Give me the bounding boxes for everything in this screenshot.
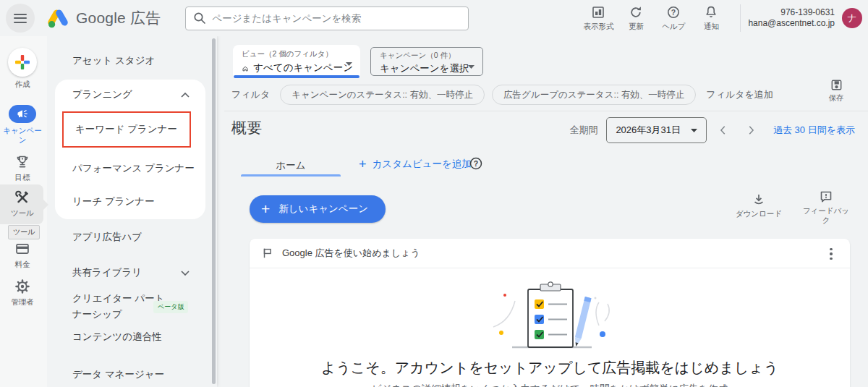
- search-input[interactable]: [212, 13, 461, 24]
- plus-icon: +: [261, 202, 270, 216]
- beta-badge: ベータ版: [153, 301, 188, 313]
- campaign-selector-value: キャンペーンを選択: [380, 62, 469, 75]
- new-campaign-button[interactable]: + 新しいキャンペーン: [250, 195, 386, 223]
- top-bar: Google 広告 表示形式 更新 ?: [0, 0, 868, 36]
- prev-period-button[interactable]: [712, 119, 734, 141]
- section-divider: [224, 111, 868, 111]
- menu-item-app-ads-hub[interactable]: アプリ広告ハブ: [47, 223, 217, 252]
- display-format-button[interactable]: 表示形式: [579, 5, 617, 32]
- menu-item-shared-library[interactable]: 共有ライブラリ: [47, 258, 217, 287]
- rail-label-create: 作成: [15, 80, 30, 89]
- feedback-icon: [819, 190, 833, 204]
- filter-chip-campaign-status[interactable]: キャンペーンのステータス:: 有効、一時停止: [280, 85, 485, 105]
- caret-down-icon: [691, 129, 697, 132]
- checklist-illustration: [250, 276, 850, 354]
- chevron-up-icon: [181, 93, 190, 98]
- rail-label-goals: 目標: [15, 173, 30, 182]
- view-selector[interactable]: ビュー（2 個のフィルタ） すべてのキャンペーン: [233, 45, 360, 78]
- nav-rail: 作成 キャンペーン 目標 ツール ツール: [0, 36, 47, 387]
- avatar[interactable]: ナ: [842, 8, 862, 28]
- tools-icon: [14, 190, 30, 205]
- last-30-days-link[interactable]: 過去 30 日間を表示: [773, 124, 855, 137]
- plus-icon: +: [359, 158, 367, 171]
- save-icon: [830, 78, 843, 92]
- create-button[interactable]: [8, 48, 37, 77]
- filter-chip-adgroup-status[interactable]: 広告グループのステータス:: 有効、一時停止: [492, 85, 696, 105]
- date-picker[interactable]: 2026年3月31日: [606, 117, 707, 143]
- menu-item-data-manager[interactable]: データ マネージャー: [47, 360, 217, 387]
- tools-flyout-menu: アセット スタジオ プランニング キーワード プランナー パフォーマンス プラン…: [47, 36, 217, 387]
- menu-button[interactable]: [6, 4, 35, 33]
- plus-icon: [14, 54, 31, 71]
- add-filter-link[interactable]: フィルタを追加: [706, 88, 773, 101]
- topbar-right: 表示形式 更新 ? ヘルプ 通知 976-139-0631: [579, 0, 862, 36]
- menu-item-keyword-planner[interactable]: キーワード プランナー: [62, 111, 191, 148]
- account-id: 976-139-0631: [748, 7, 835, 18]
- download-icon: [752, 192, 766, 207]
- rail-label-tools: ツール: [11, 208, 34, 218]
- notifications-button[interactable]: 通知: [692, 5, 730, 32]
- chevron-right-icon: [746, 125, 756, 135]
- rail-label-campaigns: キャンペーン: [1, 126, 43, 145]
- rail-item-goals[interactable]: 目標: [0, 154, 45, 182]
- gear-icon: [14, 278, 30, 294]
- card-menu-button[interactable]: [824, 246, 838, 262]
- active-tab-underline: [241, 174, 341, 177]
- svg-text:?: ?: [474, 159, 478, 168]
- menu-item-content-suitability[interactable]: コンテンツの適合性: [47, 323, 217, 352]
- save-button[interactable]: 保存: [820, 78, 852, 103]
- card-title: Google 広告を使い始めましょう: [282, 247, 420, 260]
- menu-item-asset-studio[interactable]: アセット スタジオ: [47, 46, 217, 75]
- getting-started-card: Google 広告を使い始めましょう: [250, 239, 850, 387]
- card-header: Google 広告を使い始めましょう: [250, 239, 850, 268]
- view-selector-label: ビュー（2 個のフィルタ）: [242, 49, 353, 59]
- menu-item-creator-partnerships[interactable]: クリエイター パートナーシップ: [72, 291, 165, 323]
- account-info: 976-139-0631 hana@ascentnet.co.jp: [748, 7, 835, 29]
- svg-text:?: ?: [671, 7, 676, 16]
- search-box[interactable]: [185, 7, 469, 30]
- filter-label: フィルタ: [231, 88, 270, 101]
- filter-bar: フィルタ キャンペーンのステータス:: 有効、一時停止 広告グループのステータス…: [231, 84, 773, 106]
- menu-item-reach-planner[interactable]: リーチ プランナー: [55, 187, 205, 217]
- rail-item-campaigns[interactable]: キャンペーン: [0, 105, 45, 145]
- rail-item-admin[interactable]: 管理者: [0, 278, 45, 307]
- flag-icon: [261, 247, 274, 260]
- add-custom-view-button[interactable]: + カスタムビューを追加: [359, 158, 472, 171]
- caret-down-icon: [346, 62, 352, 66]
- refresh-button[interactable]: 更新: [617, 5, 655, 32]
- caret-down-icon: [468, 65, 475, 69]
- menu-item-planning[interactable]: プランニング: [55, 80, 205, 110]
- chevron-left-icon: [718, 125, 728, 135]
- rail-item-tools[interactable]: ツール: [0, 190, 45, 218]
- view-selector-value: すべてのキャンペーン: [253, 61, 353, 75]
- help-icon: ?: [469, 156, 483, 171]
- flyout-scrollbar[interactable]: [212, 38, 216, 384]
- download-button[interactable]: ダウンロード: [733, 192, 785, 218]
- account-email: hana@ascentnet.co.jp: [748, 18, 835, 29]
- campaigns-pill[interactable]: [9, 105, 36, 123]
- rail-label-admin: 管理者: [11, 297, 34, 307]
- google-ads-logo-icon: [46, 8, 69, 28]
- welcome-subtext: ビジネスの詳細情報をいくつか入力するだけで、時間をかけず簡単に広告を作成: [250, 383, 850, 387]
- hamburger-icon: [14, 11, 27, 25]
- home-icon: [242, 63, 249, 74]
- logo-text: Google 広告: [76, 8, 161, 28]
- tools-tooltip: ツール: [8, 225, 40, 239]
- menu-item-performance-planner[interactable]: パフォーマンス プランナー: [55, 153, 205, 184]
- campaign-selector[interactable]: キャンペーン（0 件） キャンペーンを選択: [370, 47, 483, 76]
- trophy-icon: [14, 154, 30, 170]
- next-period-button[interactable]: [740, 119, 762, 141]
- chart-icon: [591, 5, 605, 20]
- help-button[interactable]: ? ヘルプ: [655, 5, 692, 32]
- tabs-help-button[interactable]: ?: [469, 156, 483, 171]
- campaign-selector-label: キャンペーン（0 件）: [380, 51, 475, 61]
- rail-item-create[interactable]: 作成: [0, 48, 45, 89]
- rail-item-billing[interactable]: 料金: [0, 241, 45, 269]
- bell-icon: [704, 5, 718, 20]
- feedback-button[interactable]: フィードバック: [800, 190, 852, 225]
- tab-home[interactable]: ホーム: [241, 159, 341, 172]
- welcome-heading: ようこそ。アカウントをセットアップして広告掲載をはじめましょう: [250, 358, 850, 378]
- planning-group: プランニング キーワード プランナー パフォーマンス プランナー リーチ プラン…: [55, 80, 205, 219]
- help-icon: ?: [666, 5, 681, 20]
- refresh-icon: [629, 5, 643, 20]
